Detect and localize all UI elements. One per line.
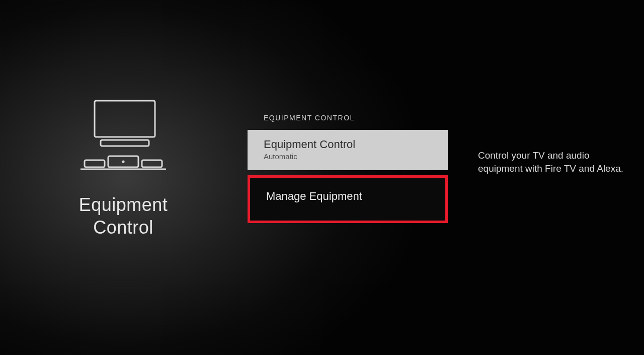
svg-point-4 xyxy=(122,160,124,163)
context-description: Control your TV and audio equipment with… xyxy=(478,149,624,175)
menu-heading: EQUIPMENT CONTROL xyxy=(264,114,355,122)
svg-rect-2 xyxy=(85,160,105,167)
menu-item-title: Manage Equipment xyxy=(266,190,429,203)
menu-item-subtitle: Automatic xyxy=(264,152,432,161)
svg-rect-5 xyxy=(142,160,162,167)
menu-item-title: Equipment Control xyxy=(264,138,432,151)
settings-menu: EQUIPMENT CONTROL Equipment Control Auto… xyxy=(248,0,448,355)
svg-rect-0 xyxy=(95,101,155,137)
section-title-line1: Equipment xyxy=(79,194,168,215)
equipment-control-icon xyxy=(80,97,166,179)
menu-item-equipment-control[interactable]: Equipment Control Automatic xyxy=(248,130,448,170)
settings-screen: Equipment Control EQUIPMENT CONTROL Equi… xyxy=(0,0,644,355)
section-title-line2: Control xyxy=(93,217,153,238)
section-header: Equipment Control xyxy=(0,0,247,355)
menu-item-manage-equipment[interactable]: Manage Equipment xyxy=(248,175,448,223)
svg-rect-1 xyxy=(101,140,149,146)
section-title: Equipment Control xyxy=(79,193,168,239)
